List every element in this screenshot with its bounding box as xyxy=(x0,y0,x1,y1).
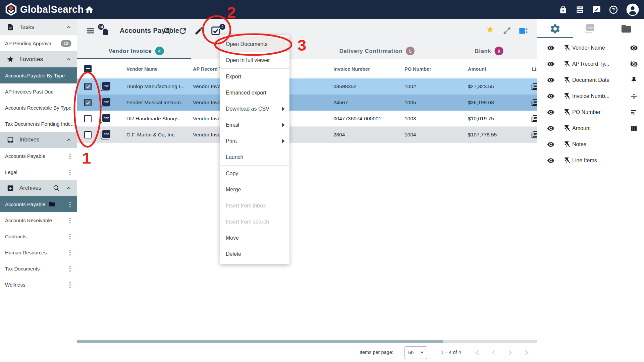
inboxes-section-header[interactable]: Inboxes xyxy=(0,132,77,148)
sidebar-item-ap-invoices-past-due[interactable]: AP Invoices Past Due xyxy=(0,83,77,100)
chevron-up-icon[interactable] xyxy=(65,24,72,31)
visibility-eye-icon[interactable] xyxy=(547,93,554,100)
kebab-menu-icon[interactable]: ⋮ xyxy=(66,148,74,164)
share-icon[interactable] xyxy=(502,26,512,36)
menu-item-move[interactable]: Move xyxy=(220,230,289,246)
kebab-menu-icon[interactable]: ⋮ xyxy=(66,164,74,180)
home-icon[interactable] xyxy=(85,5,94,14)
feedback-icon[interactable] xyxy=(592,5,601,14)
archives-section-header[interactable]: Archives xyxy=(0,180,77,196)
chevron-up-icon[interactable] xyxy=(65,56,72,63)
kebab-menu-icon[interactable]: ⋮ xyxy=(66,196,74,212)
folder-tab-icon[interactable] xyxy=(621,23,632,35)
table-row[interactable]: PDF DR Handmade Strings Vendor Invoice 0… xyxy=(77,111,537,127)
visibility-eye-icon[interactable] xyxy=(547,44,554,52)
sidebar-archive-tax-documents[interactable]: Tax Documents ⋮ xyxy=(0,260,77,277)
first-page-icon[interactable] xyxy=(474,349,482,357)
menu-item-enhanced-export[interactable]: Enhanced export xyxy=(220,85,289,101)
favorites-section-header[interactable]: Favorites xyxy=(0,51,77,67)
menu-item-open-in-full-viewer[interactable]: Open in full viewer xyxy=(220,52,289,68)
chevron-up-icon[interactable] xyxy=(65,136,72,143)
sidebar-archive-accounts-receivable[interactable]: Accounts Receivable ⋮ xyxy=(0,212,77,228)
columns-icon[interactable] xyxy=(630,124,638,132)
pin-off-icon[interactable] xyxy=(563,60,571,68)
row-checkbox[interactable] xyxy=(84,99,92,106)
sidebar-item-ap-pending-approval[interactable]: AP Pending Approval 12 xyxy=(0,35,77,51)
column-header-invoice-number[interactable]: Invoice Number xyxy=(333,66,370,72)
menu-item-print[interactable]: Print xyxy=(220,133,289,149)
visibility-eye-icon[interactable] xyxy=(547,109,554,116)
visibility-eye-icon[interactable] xyxy=(547,125,554,132)
favorite-star-icon[interactable]: ★ xyxy=(486,25,495,34)
sidebar-archive-contracts[interactable]: Contracts ⋮ xyxy=(0,228,77,244)
sidebar-inbox-accounts-payable[interactable]: Accounts Payable ⋮ xyxy=(0,148,77,164)
kebab-menu-icon[interactable]: ⋮ xyxy=(66,212,74,228)
menu-item-delete[interactable]: Delete xyxy=(220,246,289,262)
previous-page-icon[interactable] xyxy=(490,349,498,357)
pin-off-icon[interactable] xyxy=(563,109,571,116)
menu-item-download-as-csv[interactable]: Download as CSV xyxy=(220,101,289,117)
menu-icon[interactable] xyxy=(86,26,95,36)
chevron-up-icon[interactable] xyxy=(65,185,72,191)
menu-item-copy[interactable]: Copy xyxy=(220,166,289,182)
tab-blank[interactable]: Blank 0 xyxy=(475,43,503,59)
kebab-menu-icon[interactable]: ⋮ xyxy=(66,228,74,244)
table-row[interactable]: PDF C.F. Martin & Co, Inc. Vendor Invoic… xyxy=(77,127,537,143)
sidebar-archive-accounts-payable[interactable]: Accounts Payable ⋮ xyxy=(0,196,77,212)
table-row[interactable]: PDF Fender Musical Instrum... Vendor Inv… xyxy=(77,95,537,111)
visibility-eye-icon[interactable] xyxy=(547,141,554,148)
fit-columns-icon[interactable] xyxy=(630,92,638,100)
split-view-icon[interactable] xyxy=(519,26,528,36)
visibility-eye-icon[interactable] xyxy=(547,157,554,164)
table-row[interactable]: PDF Dunlop Manufacturing I... Vendor Inv… xyxy=(77,78,537,95)
pin-icon[interactable] xyxy=(630,76,638,84)
last-page-icon[interactable] xyxy=(522,349,530,357)
select-all-checkbox[interactable] xyxy=(84,65,92,72)
sidebar-archive-wellness[interactable]: Wellness ⋮ xyxy=(0,277,77,293)
column-header-amount[interactable]: Amount xyxy=(468,66,486,72)
help-icon[interactable]: ? xyxy=(609,5,618,14)
pin-off-icon[interactable] xyxy=(563,125,571,132)
show-all-eye-icon[interactable] xyxy=(630,44,638,52)
avatar[interactable] xyxy=(626,3,639,16)
next-page-icon[interactable] xyxy=(506,349,514,357)
menu-item-launch[interactable]: Launch xyxy=(220,149,289,165)
tasks-section-header[interactable]: Tasks xyxy=(0,19,77,35)
row-checkbox[interactable] xyxy=(84,131,92,138)
pin-off-icon[interactable] xyxy=(563,76,571,84)
tab-vendor-invoice[interactable]: Vendor Invoice 4 xyxy=(109,43,164,59)
menu-item-export[interactable]: Export xyxy=(220,69,289,85)
hide-all-eye-off-icon[interactable] xyxy=(630,60,638,68)
settings-gear-icon[interactable] xyxy=(549,23,561,35)
pin-off-icon[interactable] xyxy=(563,44,571,52)
sort-lines-icon[interactable] xyxy=(630,108,638,116)
sidebar-item-tax-documents-pending[interactable]: Tax Documents Pending Inde... xyxy=(0,116,77,132)
kebab-menu-icon[interactable]: ⋮ xyxy=(66,277,74,293)
sidebar-archive-human-resources[interactable]: Human Resources ⋮ xyxy=(0,244,77,260)
horizontal-scrollbar[interactable] xyxy=(77,340,537,343)
kebab-menu-icon[interactable]: ⋮ xyxy=(66,244,74,260)
visibility-eye-icon[interactable] xyxy=(547,60,554,68)
sidebar-inbox-legal[interactable]: Legal ⋮ xyxy=(0,164,77,180)
pin-off-icon[interactable] xyxy=(563,157,571,164)
sidebar-item-accounts-receivable-by-type[interactable]: Accounts Receivable By Type xyxy=(0,100,77,116)
lock-icon[interactable] xyxy=(559,5,568,14)
column-header-po-number[interactable]: PO Number xyxy=(405,66,431,72)
menu-item-open-documents[interactable]: Open Documents xyxy=(220,36,289,52)
row-checkbox[interactable] xyxy=(84,115,92,122)
pdf-viewer-tab-icon[interactable]: PDF xyxy=(585,23,597,35)
column-header-vendor-name[interactable]: Vendor Name xyxy=(126,66,158,72)
pin-off-icon[interactable] xyxy=(563,93,571,100)
search-icon[interactable] xyxy=(53,184,60,192)
kebab-menu-icon[interactable]: ⋮ xyxy=(66,260,74,277)
visibility-eye-icon[interactable] xyxy=(547,76,554,84)
pin-off-icon[interactable] xyxy=(563,141,571,148)
view-list-icon[interactable] xyxy=(576,5,584,14)
scrollbar-thumb[interactable] xyxy=(77,340,443,343)
tab-delivery-confirmation[interactable]: Delivery Confirmation 5 xyxy=(339,43,415,59)
refresh-icon[interactable] xyxy=(178,26,187,36)
row-checkbox[interactable] xyxy=(84,83,92,90)
edit-icon[interactable] xyxy=(194,26,204,36)
menu-item-merge[interactable]: Merge xyxy=(220,182,289,198)
menu-item-email[interactable]: Email xyxy=(220,117,289,133)
